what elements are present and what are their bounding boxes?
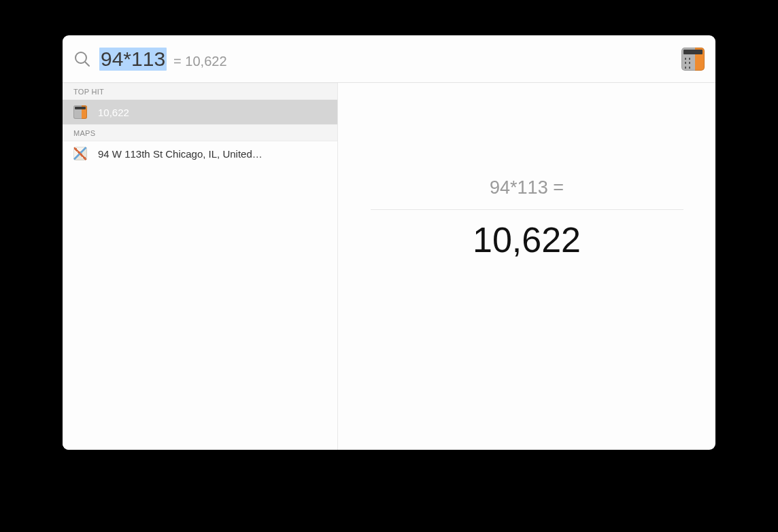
- results-sidebar: TOP HIT 10,622 MAPS 94 W 113th St Chicag…: [63, 83, 338, 450]
- search-icon: [73, 50, 91, 68]
- calc-result: 10,622: [473, 219, 581, 260]
- result-row-maps[interactable]: 94 W 113th St Chicago, IL, United…: [63, 141, 337, 166]
- content-body: TOP HIT 10,622 MAPS 94 W 113th St Chicag…: [63, 83, 715, 450]
- search-input[interactable]: 94*113 = 10,622: [99, 48, 681, 71]
- svg-line-1: [85, 62, 89, 66]
- spotlight-window: 94*113 = 10,622 TOP HIT 10,622 MAPS 94 W…: [63, 35, 715, 450]
- result-label: 10,622: [98, 107, 129, 118]
- search-query-text: 94*113: [99, 48, 167, 71]
- search-inline-result: = 10,622: [173, 54, 226, 69]
- section-header-top-hit: TOP HIT: [63, 83, 337, 100]
- search-bar: 94*113 = 10,622: [63, 35, 715, 83]
- calculator-icon: [73, 105, 87, 119]
- result-row-calculator[interactable]: 10,622: [63, 100, 337, 124]
- maps-icon: [73, 147, 87, 160]
- calculator-icon: [681, 48, 705, 71]
- result-label: 94 W 113th St Chicago, IL, United…: [98, 148, 263, 160]
- calc-expression: 94*113 =: [490, 177, 564, 209]
- divider: [371, 209, 683, 210]
- section-header-maps: MAPS: [63, 124, 337, 141]
- detail-pane: 94*113 = 10,622: [338, 83, 715, 450]
